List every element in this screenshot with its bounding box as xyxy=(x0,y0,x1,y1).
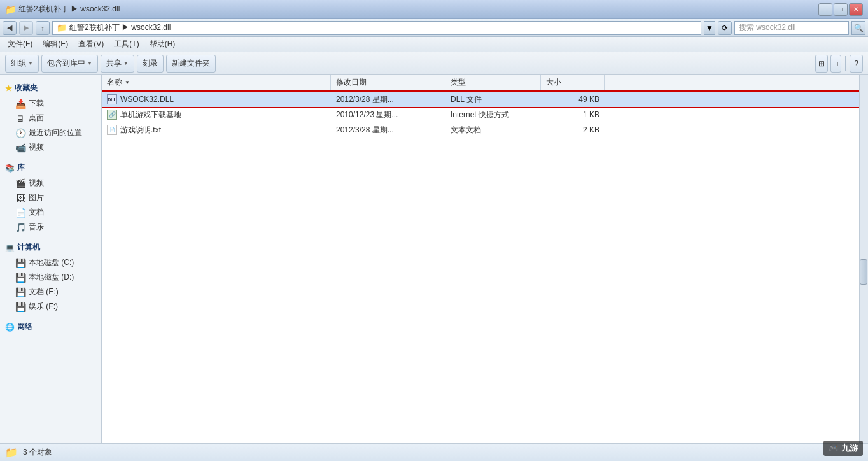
file-type-gameinfo: 文本文档 xyxy=(445,122,541,138)
sidebar-item-drive-e[interactable]: 💾 文档 (E:) xyxy=(0,285,101,299)
refresh-button[interactable]: ⟳ xyxy=(718,21,732,35)
library-icon: 📚 xyxy=(5,164,15,173)
sidebar-item-downloads[interactable]: 📥 下载 xyxy=(0,96,101,111)
sidebar-item-videos-fav[interactable]: 📹 视频 xyxy=(0,140,101,155)
toolbar: 组织 ▼ 包含到库中 ▼ 共享 ▼ 刻录 新建文件夹 ⊞ □ ? xyxy=(0,52,868,75)
share-button[interactable]: 共享 ▼ xyxy=(101,55,134,73)
file-size-gamesite: 1 KB xyxy=(541,107,605,122)
txt-icon: 📄 xyxy=(107,125,117,135)
sidebar-item-pictures[interactable]: 🖼 图片 xyxy=(0,190,101,205)
sidebar-item-drive-c[interactable]: 💾 本地磁盘 (C:) xyxy=(0,255,101,270)
file-item-gamesite[interactable]: 🔗 单机游戏下载基地 2010/12/23 星期... Internet 快捷方… xyxy=(102,107,859,122)
window-controls: — □ ✕ xyxy=(818,3,863,16)
forward-button[interactable]: ▶ xyxy=(19,21,33,35)
share-label: 共享 xyxy=(106,58,122,69)
favorites-star-icon: ★ xyxy=(5,84,12,93)
share-dropdown-icon: ▼ xyxy=(123,60,129,66)
back-button[interactable]: ◀ xyxy=(3,21,17,35)
sidebar: ★ 收藏夹 📥 下载 🖥 桌面 🕐 最近访问的位置 📹 视频 📚 库 🎬 视频 xyxy=(0,75,102,443)
close-button[interactable]: ✕ xyxy=(849,3,863,16)
column-headers: 名称 ▼ 修改日期 类型 大小 xyxy=(102,75,859,90)
sidebar-section-computer[interactable]: 💻 计算机 xyxy=(0,239,101,255)
drive-d-label: 本地磁盘 (D:) xyxy=(29,272,74,283)
section-divider-1 xyxy=(0,155,101,160)
file-item-gameinfo[interactable]: 📄 游戏说明.txt 2012/3/28 星期... 文本文档 2 KB xyxy=(102,122,859,138)
address-bar: ◀ ▶ ↑ 📁 红警2联机补丁 ▶ wsock32.dll ▼ ⟳ 搜索 wso… xyxy=(0,19,868,37)
network-icon: 🌐 xyxy=(5,323,15,332)
file-type-gamesite: Internet 快捷方式 xyxy=(445,107,541,122)
videos-fav-icon: 📹 xyxy=(15,143,25,153)
sidebar-item-recent[interactable]: 🕐 最近访问的位置 xyxy=(0,125,101,140)
sidebar-item-drive-d[interactable]: 💾 本地磁盘 (D:) xyxy=(0,270,101,285)
col-header-date[interactable]: 修改日期 xyxy=(331,75,445,90)
col-header-size[interactable]: 大小 xyxy=(541,75,605,90)
downloads-label: 下载 xyxy=(29,98,44,109)
burn-label: 刻录 xyxy=(143,58,158,69)
menu-edit[interactable]: 编辑(E) xyxy=(38,37,73,52)
content-area: 名称 ▼ 修改日期 类型 大小 DLL WSOCK32.DLL xyxy=(102,75,859,443)
menu-help[interactable]: 帮助(H) xyxy=(144,37,181,52)
sidebar-item-videos-lib[interactable]: 🎬 视频 xyxy=(0,176,101,190)
new-folder-button[interactable]: 新建文件夹 xyxy=(166,55,216,73)
address-dropdown-button[interactable]: ▼ xyxy=(704,21,715,35)
downloads-icon: 📥 xyxy=(15,99,25,109)
sidebar-section-favorites[interactable]: ★ 收藏夹 xyxy=(0,80,101,96)
view-details-button[interactable]: □ xyxy=(830,55,841,73)
title-text: 红警2联机补丁 ▶ wsock32.dll xyxy=(18,4,120,15)
url-icon: 🔗 xyxy=(107,110,117,120)
dll-icon: DLL xyxy=(107,94,117,104)
include-library-button[interactable]: 包含到库中 ▼ xyxy=(41,55,98,73)
drive-c-label: 本地磁盘 (C:) xyxy=(29,257,74,268)
pictures-label: 图片 xyxy=(29,192,44,203)
main-layout: ★ 收藏夹 📥 下载 🖥 桌面 🕐 最近访问的位置 📹 视频 📚 库 🎬 视频 xyxy=(0,75,868,443)
file-size-gameinfo: 2 KB xyxy=(541,122,605,138)
sidebar-section-library[interactable]: 📚 库 xyxy=(0,160,101,176)
documents-label: 文档 xyxy=(29,207,44,218)
title-bar-path: 📁 红警2联机补丁 ▶ wsock32.dll xyxy=(5,4,120,15)
organize-button[interactable]: 组织 ▼ xyxy=(5,55,39,73)
up-button[interactable]: ↑ xyxy=(36,21,50,35)
search-button[interactable]: 🔍 xyxy=(851,21,865,35)
scrollbar-thumb[interactable] xyxy=(860,259,867,285)
recent-icon: 🕐 xyxy=(15,128,25,138)
col-header-name[interactable]: 名称 ▼ xyxy=(102,75,331,90)
file-type-wsock32: DLL 文件 xyxy=(445,92,541,107)
title-bar: 📁 红警2联机补丁 ▶ wsock32.dll — □ ✕ xyxy=(0,0,868,19)
address-path-text: 红警2联机补丁 ▶ wsock32.dll xyxy=(69,22,697,33)
status-bar: 📁 3 个对象 xyxy=(0,443,868,461)
sort-arrow-icon: ▼ xyxy=(125,80,130,85)
maximize-button[interactable]: □ xyxy=(834,3,848,16)
help-button[interactable]: ? xyxy=(850,55,863,73)
burn-button[interactable]: 刻录 xyxy=(137,55,164,73)
menu-file[interactable]: 文件(F) xyxy=(3,37,38,52)
file-date-wsock32: 2012/3/28 星期... xyxy=(331,92,445,107)
sidebar-section-network[interactable]: 🌐 网络 xyxy=(0,319,101,335)
sidebar-item-desktop[interactable]: 🖥 桌面 xyxy=(0,111,101,125)
file-date-gameinfo: 2012/3/28 星期... xyxy=(331,122,445,138)
favorites-label: 收藏夹 xyxy=(15,83,38,94)
drive-f-label: 娱乐 (F:) xyxy=(29,301,58,312)
minimize-button[interactable]: — xyxy=(818,3,832,16)
file-item-wsock32[interactable]: DLL WSOCK32.DLL 2012/3/28 星期... DLL 文件 4… xyxy=(102,92,859,107)
library-label: 库 xyxy=(17,162,25,173)
include-library-label: 包含到库中 xyxy=(47,58,85,69)
col-header-type[interactable]: 类型 xyxy=(445,75,541,90)
watermark-text: 🎮 xyxy=(829,443,841,453)
drive-c-icon: 💾 xyxy=(15,258,25,268)
search-box[interactable]: 搜索 wsock32.dll xyxy=(734,21,849,35)
computer-icon: 💻 xyxy=(5,243,15,252)
sidebar-item-documents[interactable]: 📄 文档 xyxy=(0,205,101,220)
watermark: 🎮 九游 xyxy=(823,441,863,456)
view-mode-button[interactable]: ⊞ xyxy=(815,55,828,73)
desktop-label: 桌面 xyxy=(29,113,44,124)
menu-view[interactable]: 查看(V) xyxy=(73,37,109,52)
address-input[interactable]: 📁 红警2联机补丁 ▶ wsock32.dll xyxy=(52,21,701,35)
network-label: 网络 xyxy=(17,322,32,332)
music-label: 音乐 xyxy=(29,222,44,232)
documents-icon: 📄 xyxy=(15,208,25,218)
sidebar-item-music[interactable]: 🎵 音乐 xyxy=(0,220,101,234)
menu-tools[interactable]: 工具(T) xyxy=(109,37,144,52)
address-path-icon: 📁 xyxy=(57,23,67,32)
sidebar-item-drive-f[interactable]: 💾 娱乐 (F:) xyxy=(0,299,101,314)
scrollbar[interactable] xyxy=(859,75,868,443)
